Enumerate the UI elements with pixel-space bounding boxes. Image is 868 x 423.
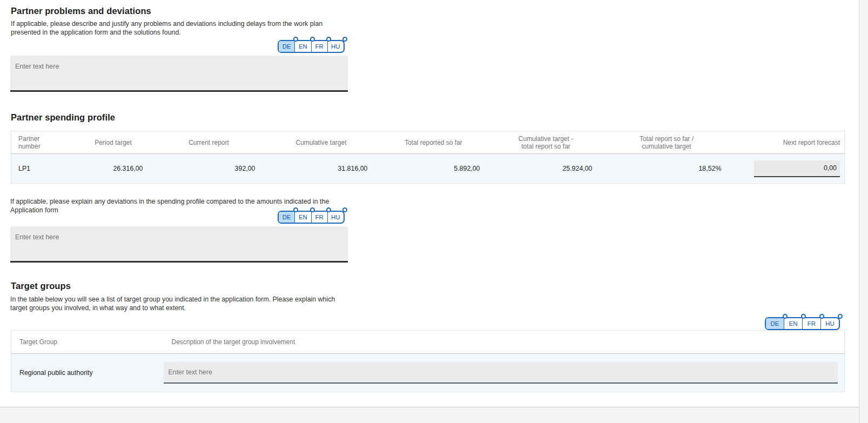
page-footer-strip <box>0 407 868 423</box>
col-header-next-report-forecast: Next report forecast <box>731 131 845 154</box>
language-tab-label: DE <box>771 320 779 327</box>
col-header-current-report: Current report <box>153 131 265 154</box>
language-tab-label: EN <box>299 214 307 220</box>
section-title-spending-profile: Partner spending profile <box>11 112 115 123</box>
language-tab-fr[interactable]: FR <box>311 41 327 52</box>
language-tab-label: EN <box>789 320 798 327</box>
language-tab-de[interactable]: DE <box>279 212 294 223</box>
language-tab-label: DE <box>282 214 291 220</box>
cell-period-target: 26.316,00 <box>74 154 153 184</box>
language-tab-en[interactable]: EN <box>294 212 311 223</box>
language-switcher: DE EN FR HU <box>278 211 345 224</box>
language-tab-de[interactable]: DE <box>279 41 294 52</box>
section-title-partner-problems: Partner problems and deviations <box>11 6 151 16</box>
table-header-row: Partner number Period target Current rep… <box>11 131 845 154</box>
col-header-target-group: Target Group <box>11 331 164 354</box>
col-header-partner-number: Partner number <box>11 131 74 154</box>
cell-total-over-cumulative: 18,52% <box>602 154 731 184</box>
section-description-partner-problems: If applicable, please describe and justi… <box>11 20 342 37</box>
section-title-target-groups: Target groups <box>11 281 71 291</box>
cell-cumulative-target: 31.816,00 <box>265 154 378 184</box>
language-tab-label: FR <box>315 214 323 220</box>
language-tab-hu[interactable]: HU <box>327 212 344 223</box>
spending-deviation-textarea[interactable] <box>10 226 348 263</box>
language-switcher: DE EN FR HU <box>765 317 840 330</box>
language-tab-label: HU <box>331 43 340 50</box>
language-tab-hu[interactable]: HU <box>327 41 344 52</box>
col-header-total-reported-so-far: Total reported so far <box>378 131 490 154</box>
language-tab-label: EN <box>299 43 307 50</box>
translation-status-icon <box>326 37 331 42</box>
right-scroll-gutter <box>859 0 868 423</box>
cell-next-report-forecast <box>731 154 845 184</box>
translation-status-icon <box>310 37 315 42</box>
language-tab-label: FR <box>315 43 323 50</box>
cell-partner-number: LP1 <box>11 154 74 184</box>
translation-status-icon <box>342 37 347 42</box>
translation-status-icon <box>783 314 788 319</box>
target-groups-table: Target Group Description of the target g… <box>11 330 845 392</box>
cell-current-report: 392,00 <box>153 154 265 184</box>
target-group-description-input[interactable] <box>164 362 838 384</box>
language-tab-de[interactable]: DE <box>766 318 784 329</box>
col-header-cumulative-minus-total: Cumulative target - total report so far <box>490 131 602 154</box>
language-tab-label: DE <box>282 43 291 50</box>
translation-status-icon <box>342 207 347 212</box>
section-description-target-groups: In the table below you will see a list o… <box>10 296 349 313</box>
problems-deviations-textarea[interactable] <box>10 56 348 92</box>
translation-status-icon <box>310 207 315 212</box>
col-header-period-target: Period target <box>74 131 153 154</box>
col-header-cumulative-target: Cumulative target <box>265 131 378 154</box>
language-switcher: DE EN FR HU <box>278 40 345 53</box>
language-tab-fr[interactable]: FR <box>311 212 327 223</box>
partner-report-page: Partner problems and deviations If appli… <box>0 0 868 423</box>
translation-status-icon <box>838 314 843 319</box>
cell-total-reported-so-far: 5.892,00 <box>378 154 490 184</box>
cell-target-group-description <box>164 354 845 392</box>
translation-status-icon <box>801 314 806 319</box>
table-row-target-group: Regional public authority <box>11 354 845 392</box>
translation-status-icon <box>326 207 331 212</box>
table-row-lp1: LP1 26.316,00 392,00 31.816,00 5.892,00 … <box>11 154 845 184</box>
cell-target-group-name: Regional public authority <box>11 354 164 392</box>
translation-status-icon <box>819 314 824 319</box>
col-header-total-over-cumulative: Total report so far / cumulative target <box>602 131 731 154</box>
col-header-target-group-description: Description of the target group involvem… <box>164 331 845 354</box>
language-tab-en[interactable]: EN <box>294 41 311 52</box>
language-tab-label: FR <box>808 320 816 327</box>
language-tab-label: HU <box>825 320 835 327</box>
language-tab-label: HU <box>331 214 340 220</box>
language-tab-hu[interactable]: HU <box>820 318 839 329</box>
spending-profile-table: Partner number Period target Current rep… <box>11 131 845 184</box>
next-report-forecast-input[interactable] <box>754 160 840 177</box>
cell-cumulative-minus-total: 25.924,00 <box>490 154 602 184</box>
language-tab-en[interactable]: EN <box>784 318 802 329</box>
language-tab-fr[interactable]: FR <box>802 318 820 329</box>
table-header-row: Target Group Description of the target g… <box>11 331 845 354</box>
